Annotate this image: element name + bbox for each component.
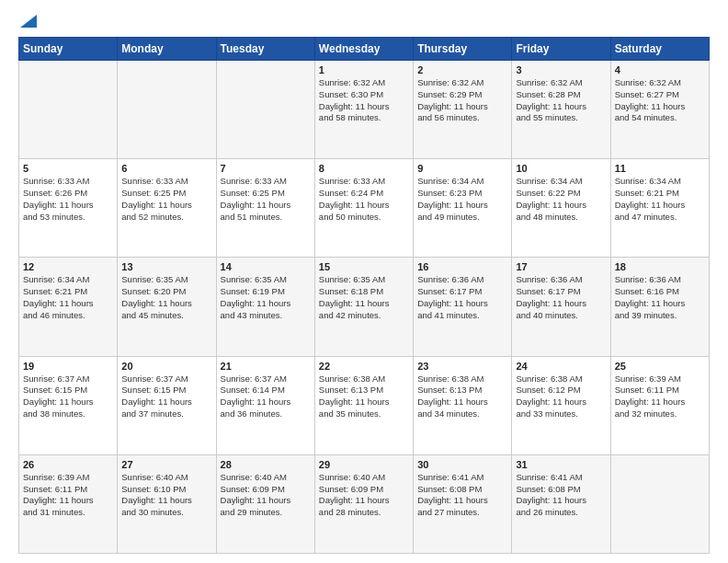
calendar-cell: 18Sunrise: 6:36 AM Sunset: 6:16 PM Dayli… bbox=[610, 258, 709, 356]
day-header-monday: Monday bbox=[118, 38, 216, 61]
day-header-wednesday: Wednesday bbox=[314, 38, 413, 61]
day-header-friday: Friday bbox=[512, 38, 610, 61]
day-info: Sunrise: 6:36 AM Sunset: 6:16 PM Dayligh… bbox=[615, 274, 705, 321]
calendar-cell: 25Sunrise: 6:39 AM Sunset: 6:11 PM Dayli… bbox=[610, 356, 709, 454]
calendar-cell: 21Sunrise: 6:37 AM Sunset: 6:14 PM Dayli… bbox=[216, 356, 314, 454]
day-number: 19 bbox=[23, 361, 113, 372]
day-number: 10 bbox=[516, 163, 606, 174]
day-info: Sunrise: 6:34 AM Sunset: 6:23 PM Dayligh… bbox=[417, 176, 507, 223]
day-info: Sunrise: 6:34 AM Sunset: 6:21 PM Dayligh… bbox=[23, 274, 113, 321]
header bbox=[18, 15, 710, 28]
calendar-cell bbox=[610, 454, 709, 553]
day-number: 29 bbox=[319, 459, 409, 470]
day-info: Sunrise: 6:39 AM Sunset: 6:11 PM Dayligh… bbox=[23, 472, 113, 519]
calendar-cell: 20Sunrise: 6:37 AM Sunset: 6:15 PM Dayli… bbox=[118, 356, 216, 454]
calendar-cell: 9Sunrise: 6:34 AM Sunset: 6:23 PM Daylig… bbox=[414, 159, 512, 258]
day-info: Sunrise: 6:36 AM Sunset: 6:17 PM Dayligh… bbox=[417, 274, 507, 321]
day-number: 20 bbox=[121, 361, 211, 372]
calendar-cell: 14Sunrise: 6:35 AM Sunset: 6:19 PM Dayli… bbox=[216, 258, 314, 356]
day-info: Sunrise: 6:40 AM Sunset: 6:09 PM Dayligh… bbox=[319, 472, 409, 519]
calendar-cell: 26Sunrise: 6:39 AM Sunset: 6:11 PM Dayli… bbox=[19, 454, 118, 553]
day-info: Sunrise: 6:33 AM Sunset: 6:25 PM Dayligh… bbox=[221, 176, 311, 223]
day-info: Sunrise: 6:32 AM Sunset: 6:29 PM Dayligh… bbox=[417, 77, 507, 124]
calendar-cell: 16Sunrise: 6:36 AM Sunset: 6:17 PM Dayli… bbox=[414, 258, 512, 356]
day-number: 12 bbox=[23, 261, 113, 272]
day-number: 9 bbox=[417, 163, 507, 174]
day-info: Sunrise: 6:40 AM Sunset: 6:09 PM Dayligh… bbox=[221, 472, 311, 519]
day-number: 30 bbox=[417, 459, 507, 470]
day-info: Sunrise: 6:38 AM Sunset: 6:13 PM Dayligh… bbox=[417, 373, 507, 420]
day-number: 15 bbox=[319, 261, 409, 272]
day-info: Sunrise: 6:41 AM Sunset: 6:08 PM Dayligh… bbox=[516, 472, 606, 519]
day-number: 28 bbox=[221, 459, 311, 470]
day-info: Sunrise: 6:41 AM Sunset: 6:08 PM Dayligh… bbox=[417, 472, 507, 519]
day-number: 4 bbox=[615, 64, 705, 75]
day-info: Sunrise: 6:33 AM Sunset: 6:26 PM Dayligh… bbox=[23, 176, 113, 223]
calendar-cell: 17Sunrise: 6:36 AM Sunset: 6:17 PM Dayli… bbox=[512, 258, 610, 356]
day-header-saturday: Saturday bbox=[610, 38, 709, 61]
day-number: 5 bbox=[23, 163, 113, 174]
day-info: Sunrise: 6:33 AM Sunset: 6:25 PM Dayligh… bbox=[121, 176, 211, 223]
calendar-cell: 29Sunrise: 6:40 AM Sunset: 6:09 PM Dayli… bbox=[314, 454, 413, 553]
day-number: 25 bbox=[615, 361, 705, 372]
calendar-cell: 8Sunrise: 6:33 AM Sunset: 6:24 PM Daylig… bbox=[314, 159, 413, 258]
page: SundayMondayTuesdayWednesdayThursdayFrid… bbox=[0, 0, 728, 563]
calendar-cell: 22Sunrise: 6:38 AM Sunset: 6:13 PM Dayli… bbox=[314, 356, 413, 454]
day-number: 23 bbox=[417, 361, 507, 372]
day-info: Sunrise: 6:35 AM Sunset: 6:19 PM Dayligh… bbox=[221, 274, 311, 321]
calendar-week-5: 26Sunrise: 6:39 AM Sunset: 6:11 PM Dayli… bbox=[19, 454, 710, 553]
day-number: 27 bbox=[121, 459, 211, 470]
calendar-week-3: 12Sunrise: 6:34 AM Sunset: 6:21 PM Dayli… bbox=[19, 258, 710, 356]
day-header-sunday: Sunday bbox=[19, 38, 118, 61]
calendar-table: SundayMondayTuesdayWednesdayThursdayFrid… bbox=[18, 37, 710, 554]
calendar-cell: 15Sunrise: 6:35 AM Sunset: 6:18 PM Dayli… bbox=[314, 258, 413, 356]
calendar-cell bbox=[19, 61, 118, 159]
calendar-cell: 24Sunrise: 6:38 AM Sunset: 6:12 PM Dayli… bbox=[512, 356, 610, 454]
day-number: 31 bbox=[516, 459, 606, 470]
day-number: 26 bbox=[23, 459, 113, 470]
logo bbox=[18, 15, 37, 28]
calendar-week-2: 5Sunrise: 6:33 AM Sunset: 6:26 PM Daylig… bbox=[19, 159, 710, 258]
day-number: 21 bbox=[221, 361, 311, 372]
day-number: 24 bbox=[516, 361, 606, 372]
calendar-cell: 6Sunrise: 6:33 AM Sunset: 6:25 PM Daylig… bbox=[118, 159, 216, 258]
calendar-cell: 19Sunrise: 6:37 AM Sunset: 6:15 PM Dayli… bbox=[19, 356, 118, 454]
calendar-week-1: 1Sunrise: 6:32 AM Sunset: 6:30 PM Daylig… bbox=[19, 61, 710, 159]
calendar-cell: 23Sunrise: 6:38 AM Sunset: 6:13 PM Dayli… bbox=[414, 356, 512, 454]
day-info: Sunrise: 6:34 AM Sunset: 6:22 PM Dayligh… bbox=[516, 176, 606, 223]
day-info: Sunrise: 6:36 AM Sunset: 6:17 PM Dayligh… bbox=[516, 274, 606, 321]
calendar-cell: 30Sunrise: 6:41 AM Sunset: 6:08 PM Dayli… bbox=[414, 454, 512, 553]
day-number: 16 bbox=[417, 261, 507, 272]
calendar-cell: 12Sunrise: 6:34 AM Sunset: 6:21 PM Dayli… bbox=[19, 258, 118, 356]
day-number: 18 bbox=[615, 261, 705, 272]
day-number: 8 bbox=[319, 163, 409, 174]
calendar-cell: 1Sunrise: 6:32 AM Sunset: 6:30 PM Daylig… bbox=[314, 61, 413, 159]
calendar-header-row: SundayMondayTuesdayWednesdayThursdayFrid… bbox=[19, 38, 710, 61]
calendar-cell: 31Sunrise: 6:41 AM Sunset: 6:08 PM Dayli… bbox=[512, 454, 610, 553]
day-info: Sunrise: 6:32 AM Sunset: 6:27 PM Dayligh… bbox=[615, 77, 705, 124]
day-info: Sunrise: 6:38 AM Sunset: 6:12 PM Dayligh… bbox=[516, 373, 606, 420]
day-info: Sunrise: 6:34 AM Sunset: 6:21 PM Dayligh… bbox=[615, 176, 705, 223]
logo-icon bbox=[20, 15, 37, 28]
calendar-cell bbox=[118, 61, 216, 159]
day-number: 6 bbox=[121, 163, 211, 174]
day-number: 22 bbox=[319, 361, 409, 372]
day-info: Sunrise: 6:38 AM Sunset: 6:13 PM Dayligh… bbox=[319, 373, 409, 420]
calendar-cell: 27Sunrise: 6:40 AM Sunset: 6:10 PM Dayli… bbox=[118, 454, 216, 553]
calendar-cell: 3Sunrise: 6:32 AM Sunset: 6:28 PM Daylig… bbox=[512, 61, 610, 159]
calendar-cell: 5Sunrise: 6:33 AM Sunset: 6:26 PM Daylig… bbox=[19, 159, 118, 258]
day-info: Sunrise: 6:32 AM Sunset: 6:30 PM Dayligh… bbox=[319, 77, 409, 124]
day-info: Sunrise: 6:35 AM Sunset: 6:20 PM Dayligh… bbox=[121, 274, 211, 321]
day-number: 3 bbox=[516, 64, 606, 75]
calendar-cell: 13Sunrise: 6:35 AM Sunset: 6:20 PM Dayli… bbox=[118, 258, 216, 356]
day-info: Sunrise: 6:37 AM Sunset: 6:15 PM Dayligh… bbox=[23, 373, 113, 420]
day-number: 2 bbox=[417, 64, 507, 75]
day-info: Sunrise: 6:40 AM Sunset: 6:10 PM Dayligh… bbox=[121, 472, 211, 519]
day-header-tuesday: Tuesday bbox=[216, 38, 314, 61]
calendar-cell: 11Sunrise: 6:34 AM Sunset: 6:21 PM Dayli… bbox=[610, 159, 709, 258]
day-number: 14 bbox=[221, 261, 311, 272]
day-info: Sunrise: 6:32 AM Sunset: 6:28 PM Dayligh… bbox=[516, 77, 606, 124]
day-number: 1 bbox=[319, 64, 409, 75]
day-number: 13 bbox=[121, 261, 211, 272]
calendar-cell: 28Sunrise: 6:40 AM Sunset: 6:09 PM Dayli… bbox=[216, 454, 314, 553]
